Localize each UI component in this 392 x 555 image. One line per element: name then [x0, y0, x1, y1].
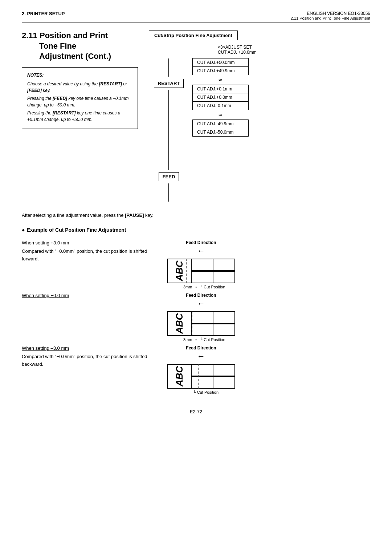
side-cell-top-1 — [192, 259, 213, 271]
adj-row-0: CUT ADJ.+50.0mm — [192, 58, 249, 67]
example-diagram-2: Feed Direction ← ABC — [167, 293, 235, 342]
adj-row-5: CUT ADJ.-49.9mm — [192, 119, 249, 128]
feed-direction-3: Feed Direction — [186, 345, 216, 351]
side-cell-bot-5 — [192, 376, 213, 389]
cut-pos-label-2: Cut Position — [204, 337, 225, 342]
label-diagram-3: ABC └ Cut Position — [167, 364, 235, 394]
side-cells-2 — [213, 259, 235, 283]
cut-indicator-1: 3mm ↔ └ Cut Position — [167, 285, 235, 289]
content-area: 2.11 Position and Print Tone Fine Adjust… — [22, 31, 370, 202]
header: 2. PRINTER SETUP ENGLISH VERSION EO1-330… — [22, 11, 370, 23]
diagram-box-title: Cut/Strip Position Fine Adjustment — [149, 31, 238, 40]
feed-direction-2: Feed Direction — [186, 293, 216, 298]
example-diagram-1: Feed Direction ← ABC — [167, 240, 235, 289]
label-strip-3: ABC — [167, 364, 235, 389]
side-cell-bot-4 — [213, 324, 235, 336]
side-cell-bot-3 — [192, 324, 213, 336]
top-adj-label: <3>ADJUST SET CUT ADJ. +10.0mm — [218, 45, 370, 55]
flowchart: RESTART FEED CUT ADJ.+50.0mm CUT ADJ.+49… — [149, 58, 370, 202]
tilde-bottom: ≈ — [192, 110, 249, 120]
label-strip-2: ABC — [167, 311, 235, 336]
adj-row-1: CUT ADJ.+49.9mm — [192, 66, 249, 75]
side-cell-bot-6 — [213, 376, 235, 389]
cut-line-1 — [186, 259, 187, 283]
setting-label-3: When setting –3.0 mm — [22, 345, 156, 351]
adj-row-3: CUT ADJ.+0.0mm — [192, 93, 249, 102]
right-column: Cut/Strip Position Fine Adjustment <3>AD… — [149, 31, 370, 202]
example-text-1: When setting +3.0 mm Compared with "+0.0… — [22, 240, 156, 263]
cut-pos-label-3: Cut Position — [197, 390, 219, 394]
side-cells-5 — [192, 364, 213, 389]
page: 2. PRINTER SETUP ENGLISH VERSION EO1-330… — [0, 0, 392, 555]
notes-line3: Pressing the [RESTART] key one time caus… — [27, 110, 132, 123]
left-column: 2.11 Position and Print Tone Fine Adjust… — [22, 31, 138, 202]
tilde-top: ≈ — [192, 75, 249, 85]
page-number: E2-72 — [190, 409, 203, 414]
adj-row-2: CUT ADJ.+0.1mm — [192, 85, 249, 93]
setting-desc-3: Compared with "+0.0mm" position, the cut… — [22, 353, 156, 368]
flowchart-left: RESTART FEED — [149, 58, 189, 202]
section-title: 2.11 Position and Print Tone Fine Adjust… — [22, 31, 138, 62]
notes-box: NOTES: Choose a desired value by using t… — [22, 67, 138, 129]
middle-line — [168, 90, 169, 170]
abc-cell-2: ABC — [167, 311, 192, 336]
feed-direction-1: Feed Direction — [186, 240, 216, 245]
cut-indicator-3: └ Cut Position — [167, 390, 235, 394]
side-cells-6 — [213, 364, 235, 389]
footer: E2-72 — [22, 409, 370, 414]
side-cell-top-6 — [213, 364, 235, 376]
example-row-2: When setting +0.0 mm Feed Direction ← AB… — [22, 293, 370, 342]
label-diagram-1: ABC 3mm ↔ — [167, 259, 235, 289]
side-cell-bot-1 — [192, 271, 213, 283]
example-text-2: When setting +0.0 mm — [22, 293, 156, 300]
side-cell-top-4 — [213, 311, 235, 324]
top-line — [168, 58, 169, 77]
example-row-3: When setting –3.0 mm Compared with "+0.0… — [22, 345, 370, 394]
side-cell-bot-2 — [213, 271, 235, 283]
side-cell-top-2 — [213, 259, 235, 271]
example-diagram-3: Feed Direction ← ABC — [167, 345, 235, 394]
notes-line1: Choose a desired value by using the [RES… — [27, 81, 132, 94]
setting-label-1: When setting +3.0 mm — [22, 240, 156, 246]
feed-arrow-2: ← — [197, 299, 205, 308]
adj-row-4: CUT ADJ.-0.1mm — [192, 101, 249, 110]
setting-desc-1: Compared with "+0.0mm" position, the cut… — [22, 248, 156, 263]
notes-line2: Pressing the [FEED] key one time causes … — [27, 95, 132, 108]
cut-line-2 — [192, 311, 192, 336]
header-left: 2. PRINTER SETUP — [22, 11, 65, 16]
example-row-1: When setting +3.0 mm Compared with "+0.0… — [22, 240, 370, 289]
example-title: ●Example of Cut Position Fine Adjustment — [22, 227, 370, 233]
cut-pos-label-1: Cut Position — [204, 285, 225, 289]
setting-label-2: When setting +0.0 mm — [22, 293, 156, 298]
header-version: ENGLISH VERSION EO1-33056 — [291, 11, 370, 16]
notes-title: NOTES: — [27, 72, 132, 78]
restart-button: RESTART — [154, 79, 184, 88]
flowchart-right: CUT ADJ.+50.0mm CUT ADJ.+49.9mm ≈ CUT AD… — [192, 58, 249, 202]
label-diagram-2: ABC 3mm ↔ — [167, 311, 235, 342]
side-cells-1 — [192, 259, 213, 283]
pause-text: After selecting a fine adjustment value,… — [22, 212, 370, 218]
side-cells-4 — [213, 311, 235, 336]
example-text-3: When setting –3.0 mm Compared with "+0.0… — [22, 345, 156, 368]
side-cell-top-3 — [192, 311, 213, 324]
abc-cell-3: ABC — [167, 364, 192, 389]
label-strip-1: ABC — [167, 259, 235, 283]
bottom-line — [168, 183, 169, 202]
header-section: 2.11 Position and Print Tone Fine Adjust… — [291, 16, 370, 20]
example-section: ●Example of Cut Position Fine Adjustment… — [22, 227, 370, 394]
feed-button: FEED — [159, 172, 179, 181]
cut-line-3 — [198, 364, 199, 389]
cut-indicator-2: 3mm ↔ └ Cut Position — [167, 337, 235, 342]
header-right: ENGLISH VERSION EO1-33056 2.11 Position … — [291, 11, 370, 20]
side-cells-3 — [192, 311, 213, 336]
abc-cell-1: ABC — [167, 259, 192, 283]
feed-arrow-1: ← — [197, 246, 205, 256]
adj-row-6: CUT ADJ.-50.0mm — [192, 128, 249, 137]
side-cell-top-5 — [192, 364, 213, 376]
feed-arrow-3: ← — [197, 352, 205, 361]
